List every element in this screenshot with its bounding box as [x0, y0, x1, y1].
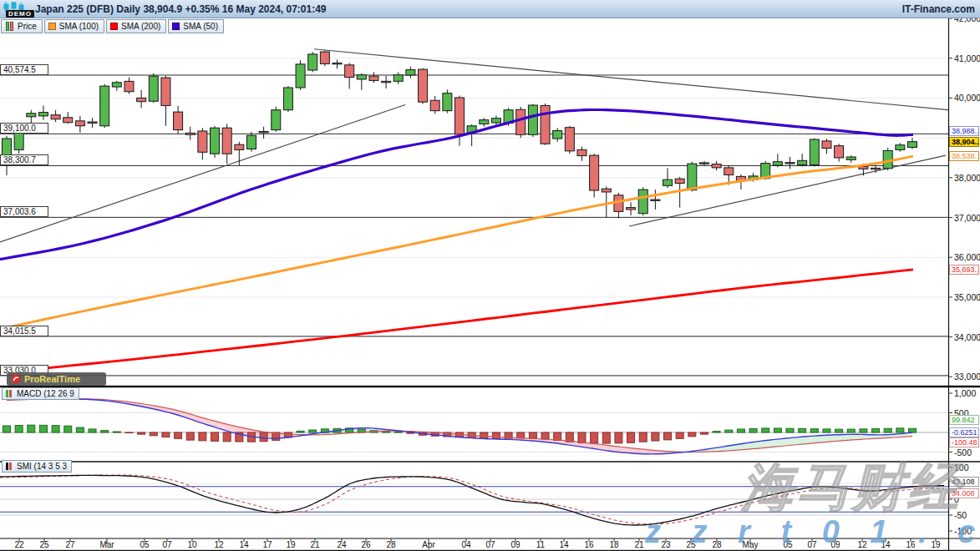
candle — [773, 154, 782, 167]
candle — [614, 193, 623, 219]
candle — [283, 86, 292, 112]
candle — [577, 147, 586, 161]
time-axis-day-label: 05 — [140, 540, 149, 549]
candle — [382, 76, 391, 88]
price-axis-tick-label: 35,000 — [954, 292, 980, 302]
candle — [100, 84, 109, 128]
candle — [798, 154, 807, 166]
candle — [161, 76, 170, 126]
candle — [75, 116, 84, 133]
prorealtime-logo-icon — [11, 374, 21, 384]
sma100-swatch-icon — [48, 23, 56, 30]
chart-application-window: { "header": { "demo_badge": "DEMO", "tit… — [0, 0, 980, 551]
candle — [320, 51, 329, 67]
price-axis-tick-label: 36,000 — [954, 252, 980, 262]
time-axis-day-label: 18 — [609, 540, 618, 549]
price-series-icon — [5, 22, 14, 31]
candle — [846, 155, 856, 163]
title-bar: DEMO Japan 225 (DFB) Daily 38,904.9 +0.3… — [0, 0, 980, 18]
price-axis-tick-label: 37,000 — [954, 213, 980, 223]
smi-indicator-button[interactable]: SMI (14 3 5 3 — [2, 460, 72, 473]
smi-label: SMI (14 3 5 3 — [17, 462, 67, 471]
prorealtime-label: ProRealTime — [24, 374, 80, 384]
candle — [222, 124, 231, 164]
candle — [211, 126, 220, 158]
price-level-label: 38,300.7 — [0, 154, 48, 165]
candle — [246, 132, 256, 152]
price-axis-tick-label: 34,000 — [954, 332, 980, 342]
candle — [38, 105, 48, 119]
candle — [443, 89, 452, 113]
candle — [296, 60, 305, 90]
horizontal-level-lines — [0, 75, 948, 376]
time-axis-month-label: Apr — [422, 540, 435, 549]
legend-sma50-button[interactable]: SMA (50) — [168, 19, 224, 33]
macd-value-flag: -0.6251 — [949, 427, 979, 437]
candle — [149, 73, 158, 103]
candle — [627, 202, 636, 215]
candle — [712, 161, 721, 170]
time-axis-day-label: 11 — [536, 540, 545, 549]
time-axis-day-label: 27 — [65, 540, 74, 549]
candle — [137, 90, 146, 108]
candle — [406, 67, 415, 78]
candle — [651, 190, 660, 210]
sma200-line — [0, 270, 913, 373]
candles-layer — [3, 51, 917, 219]
time-axis-day-label: 26 — [361, 540, 370, 549]
time-axis-day-label: 25 — [39, 540, 48, 549]
legend-sma100-button[interactable]: SMA (100) — [44, 19, 104, 33]
time-axis-month-label: Mar — [99, 540, 114, 549]
demo-badge: DEMO — [6, 10, 34, 18]
candle — [896, 143, 905, 151]
price-value-flag: 35,693.. — [949, 265, 979, 275]
candle — [174, 106, 183, 134]
price-value-flag: 38,904.. — [949, 137, 979, 147]
time-axis-day-label: 04 — [461, 540, 470, 549]
candle — [528, 104, 537, 138]
price-level-label: 37,003.6 — [0, 206, 48, 217]
time-axis-day-label: 07 — [485, 540, 495, 549]
time-axis-day-label: 09 — [510, 540, 520, 549]
legend-sma200-label: SMA (200) — [121, 22, 160, 31]
sma100-line — [0, 156, 913, 329]
price-axis-tick-label: 38,000 — [954, 173, 980, 183]
time-axis-day-label: 21 — [310, 540, 319, 549]
candle — [602, 186, 611, 217]
candle — [810, 139, 819, 167]
price-level-label: 39,100.0 — [0, 123, 48, 134]
price-axis-tick-label: 40,000 — [954, 93, 980, 103]
price-level-label: 34,015.5 — [0, 326, 48, 336]
candle — [259, 127, 268, 139]
brand-link[interactable]: IT-Finance.com — [902, 3, 975, 15]
legend-price-button[interactable]: Price — [1, 19, 43, 33]
candle — [63, 112, 73, 124]
candle — [345, 63, 354, 88]
candle — [553, 128, 562, 142]
candle — [785, 157, 795, 169]
time-axis-day-label: 24 — [337, 540, 346, 549]
legend-bar: Price SMA (100) SMA (200) SMA (50) — [1, 19, 224, 33]
candle — [835, 144, 844, 161]
candle — [272, 107, 281, 132]
macd-value-flag: 99.842 — [949, 415, 979, 425]
prorealtime-watermark: ProRealTime — [7, 372, 106, 386]
legend-sma200-button[interactable]: SMA (200) — [106, 19, 166, 33]
sma50-swatch-icon — [172, 23, 180, 30]
price-value-flag: 38,988.. — [949, 126, 979, 136]
instrument-title: Japan 225 (DFB) Daily 38,904.9 +0.35% 16… — [35, 3, 327, 15]
macd-indicator-button[interactable]: MACD (12 26 9 — [2, 387, 79, 400]
trendlines — [0, 49, 948, 242]
candle — [124, 78, 134, 94]
candle — [638, 187, 647, 215]
candle — [357, 73, 366, 90]
candle — [308, 52, 317, 72]
macd-value-flag: -100.48 — [949, 437, 979, 447]
cn-watermark: 海马财经 — [742, 452, 962, 523]
time-axis-day-label: 12 — [214, 540, 223, 549]
candle — [699, 161, 708, 166]
legend-sma100-label: SMA (100) — [59, 22, 99, 31]
candle — [51, 110, 60, 122]
time-axis-day-label: 28 — [386, 540, 395, 549]
price-value-flag: 38,538.. — [949, 151, 979, 161]
